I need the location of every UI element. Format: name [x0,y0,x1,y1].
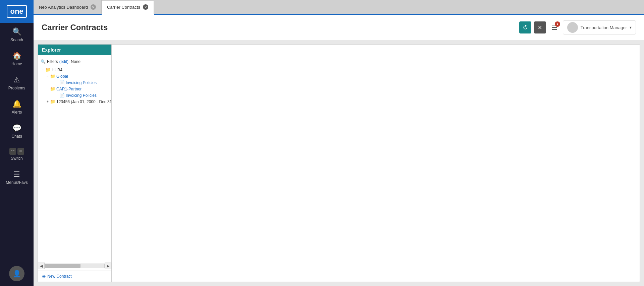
explorer-footer: ⊕ New Contract [38,271,111,282]
user-dropdown[interactable]: Transportation Manager ▾ [563,20,636,34]
explorer-header: Explorer [38,45,111,55]
refresh-button[interactable] [519,21,531,33]
tree-item-hub4[interactable]: − 📁 HUB4 [38,67,111,73]
header-actions: ✕ ☰ ★ Transportation Manager ▾ [519,20,636,34]
dropdown-arrow-icon: ▾ [630,25,632,30]
tree-label-hub4: HUB4 [52,68,62,72]
avatar-icon: 👤 [13,270,21,278]
tab-carrier-contracts[interactable]: Carrier Contracts ✕ [102,1,154,15]
tree-toggle-global[interactable]: − [45,74,50,78]
switch-icon-box-2 [17,148,24,155]
close-button[interactable]: ✕ [534,21,546,33]
sidebar-item-menus[interactable]: ☰ Menus/Favs [0,165,34,190]
user-avatar-small [567,22,578,33]
user-avatar[interactable]: 👤 [9,266,24,281]
svg-rect-0 [11,150,12,151]
sidebar-item-chats-label: Chats [11,134,22,139]
scroll-thumb [45,264,80,268]
new-contract-label: New Contract [47,274,72,279]
tab-carrier-contracts-label: Carrier Contracts [107,5,140,10]
sidebar-item-alerts-label: Alerts [12,110,22,115]
bell-icon: 🔔 [12,100,21,109]
sidebar-item-switch-label: Switch [11,156,22,161]
tab-neo-analytics[interactable]: Neo Analytics Dashboard ✕ [34,0,102,14]
sidebar-logo[interactable]: one [0,0,34,23]
sidebar-item-menus-label: Menus/Favs [6,180,28,185]
scroll-right-arrow[interactable]: ▶ [105,263,111,269]
x-icon: ✕ [538,24,542,31]
sidebar-item-home[interactable]: 🏠 Home [0,47,34,71]
home-icon: 🏠 [12,52,21,60]
sidebar: one 🔍 Search 🏠 Home ⚠ Problems 🔔 Alerts … [0,0,34,286]
star-badge: ★ [555,21,560,27]
doc-icon-inv1: 📄 [59,80,65,85]
sidebar-item-home-label: Home [11,62,22,66]
main-area: Neo Analytics Dashboard ✕ Carrier Contra… [34,0,644,286]
page-title: Carrier Contracts [42,23,108,32]
folder-icon-hub4: 📁 [45,67,51,72]
sidebar-item-switch[interactable]: Switch [0,143,34,165]
tree-label-inv2: Invoicing Policies [66,93,97,98]
filters-label: Filters [47,59,58,64]
main-content [112,45,640,282]
sidebar-item-search[interactable]: 🔍 Search [0,23,34,47]
tree-toggle-hub4[interactable]: − [41,68,45,72]
folder-icon-car1: 📁 [50,86,55,91]
tab-neo-analytics-label: Neo Analytics Dashboard [39,5,88,10]
explorer-panel: Explorer 🔍 Filters (edit): None − 📁 HUB4 [38,45,112,282]
tree-item-car1-partner[interactable]: − 📁 CAR1-Partner [38,86,111,92]
chat-icon: 💬 [12,124,21,133]
page-header: Carrier Contracts ✕ ☰ ★ Transportation M… [34,15,644,40]
logo-text: one [7,5,26,18]
folder-icon-123456: 📁 [50,99,55,104]
filters-value: None [71,59,80,64]
sidebar-item-alerts[interactable]: 🔔 Alerts [0,95,34,119]
tab-bar: Neo Analytics Dashboard ✕ Carrier Contra… [34,0,644,15]
sidebar-item-problems[interactable]: ⚠ Problems [0,71,34,95]
user-label: Transportation Manager [581,25,627,30]
sidebar-item-chats[interactable]: 💬 Chats [0,119,34,143]
tree-item-invoicing-policies-1[interactable]: 📄 Invoicing Policies [38,79,111,86]
tree-label-inv1: Invoicing Policies [66,80,97,85]
filter-search-icon: 🔍 [41,59,46,64]
folder-icon-global: 📁 [50,74,55,79]
content-area: Explorer 🔍 Filters (edit): None − 📁 HUB4 [38,44,640,282]
filter-row: 🔍 Filters (edit): None [38,58,111,67]
tree-label-global: Global [56,74,68,79]
plus-icon: ⊕ [42,274,46,279]
sidebar-item-problems-label: Problems [8,86,25,90]
tab-carrier-contracts-close[interactable]: ✕ [143,4,148,10]
tree-toggle-123456[interactable]: + [45,100,50,103]
scroll-left-arrow[interactable]: ◀ [38,263,45,269]
doc-icon-inv2: 📄 [59,93,65,98]
tree-item-invoicing-policies-2[interactable]: 📄 Invoicing Policies [38,92,111,98]
switch-icon-box-1 [9,148,16,155]
warning-icon: ⚠ [13,76,20,84]
switch-icons [9,148,24,155]
search-icon: 🔍 [12,27,21,36]
explorer-body: 🔍 Filters (edit): None − 📁 HUB4 − 📁 Glob… [38,55,111,261]
sidebar-item-search-label: Search [10,38,23,42]
menu-lines-button[interactable]: ☰ ★ [549,22,560,33]
svg-rect-1 [13,150,14,151]
tree-label-car1: CAR1-Partner [56,87,82,91]
tree-label-123456: 123456 (Jan 01, 2000 - Dec 31... [56,99,111,104]
filters-edit[interactable]: (edit): [59,59,70,64]
explorer-title: Explorer [42,47,61,53]
menu-icon: ☰ [13,170,20,179]
tree-item-123456[interactable]: + 📁 123456 (Jan 01, 2000 - Dec 31... [38,98,111,105]
scroll-track[interactable] [45,264,105,268]
explorer-scrollbar: ◀ ▶ [38,261,111,271]
new-contract-link[interactable]: ⊕ New Contract [42,274,72,279]
tab-neo-analytics-close[interactable]: ✕ [91,4,96,10]
tree-toggle-car1[interactable]: − [45,87,50,91]
tree-item-global[interactable]: − 📁 Global [38,73,111,79]
